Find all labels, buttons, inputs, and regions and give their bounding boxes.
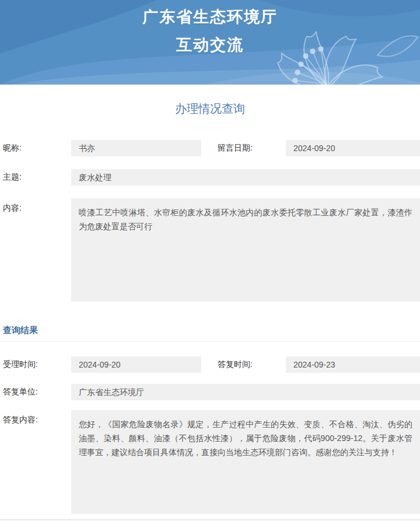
reply-content-label: 答复内容: [0, 410, 71, 425]
row-accept-reply-time: 受理时间: 2024-09-20 答复时间: 2024-09-23 [0, 356, 420, 373]
reply-time-field: 2024-09-23 [286, 356, 420, 373]
nickname-field: 书亦 [71, 140, 201, 156]
header-banner: 广东省生态环境厅 互动交流 [0, 0, 420, 85]
row-reply-content: 答复内容: 您好，《国家危险废物名录》规定，生产过程中产生的失效、变质、不合格、… [0, 410, 420, 514]
row-reply-unit: 答复单位: 广东省生态环境厅 [0, 384, 420, 400]
reply-unit-field: 广东省生态环境厅 [71, 384, 420, 400]
subject-label: 主题: [0, 172, 71, 183]
content-textarea: 喷漆工艺中喷淋塔、水帘柜的废水及循环水池内的废水委托零散工业废水厂家处置，漆渣作… [71, 198, 420, 302]
accept-time-field: 2024-09-20 [71, 356, 201, 373]
reply-content-textarea: 您好，《国家危险废物名录》规定，生产过程中产生的失效、变质、不合格、淘汰、伪劣的… [71, 410, 420, 514]
page-title: 办理情况查询 [0, 100, 420, 117]
banner-titles: 广东省生态环境厅 互动交流 [0, 0, 420, 55]
accept-time-label: 受理时间: [0, 359, 71, 370]
message-date-field: 2024-09-20 [286, 140, 420, 156]
row-nickname-date: 昵称: 书亦 留言日期: 2024-09-20 [0, 140, 420, 156]
row-content: 内容: 喷漆工艺中喷淋塔、水帘柜的废水及循环水池内的废水委托零散工业废水厂家处置… [0, 198, 420, 302]
query-result-section-title: 查询结果 [0, 325, 420, 342]
content-label: 内容: [0, 198, 71, 214]
reply-unit-label: 答复单位: [0, 387, 71, 397]
nickname-label: 昵称: [0, 143, 71, 153]
row-subject: 主题: 废水处理 [0, 169, 420, 186]
bottom-divider [0, 519, 420, 520]
message-date-label: 留言日期: [218, 143, 286, 153]
reply-time-label: 答复时间: [218, 359, 286, 370]
main-content: 办理情况查询 昵称: 书亦 留言日期: 2024-09-20 主题: 废水处理 … [0, 100, 420, 520]
site-title: 广东省生态环境厅 [0, 6, 420, 27]
site-subtitle: 互动交流 [0, 34, 420, 55]
subject-field: 废水处理 [71, 169, 420, 186]
